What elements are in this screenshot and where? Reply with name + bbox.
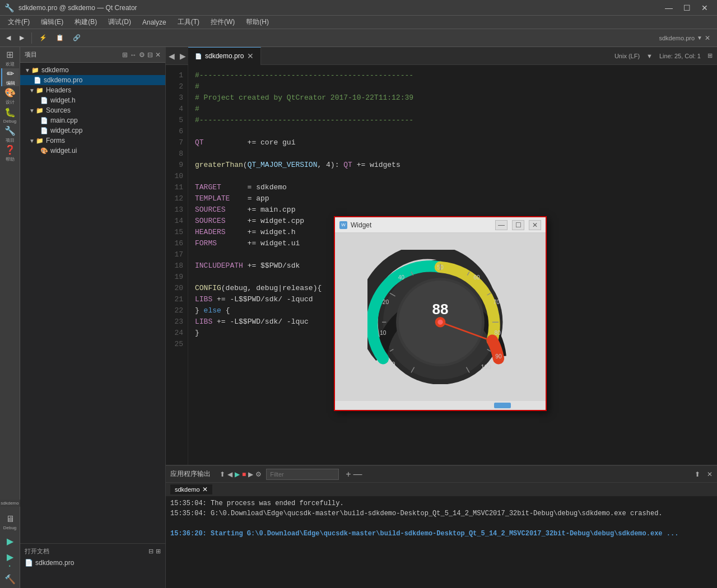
output-stop-icon[interactable]: ■ bbox=[242, 470, 246, 478]
menu-tools[interactable]: 工具(T) bbox=[172, 16, 205, 29]
output-icon-2[interactable]: ◀ bbox=[227, 470, 232, 478]
tree-item-main-cpp[interactable]: 📄 main.cpp bbox=[20, 115, 165, 125]
open-docs-icon-1[interactable]: ⊟ bbox=[148, 548, 153, 555]
output-panel-title: 应用程序输出 bbox=[170, 469, 211, 479]
output-tab-sdkdemo[interactable]: sdkdemo ✕ bbox=[170, 484, 212, 494]
project-layout-icon[interactable]: ⊟ bbox=[147, 51, 153, 59]
line-4: 4 bbox=[166, 103, 188, 114]
output-settings-icon[interactable]: ⚙ bbox=[255, 470, 262, 478]
menu-analyze[interactable]: Analyze bbox=[137, 16, 172, 29]
tree-item-widget-ui[interactable]: 🎨 widget.ui bbox=[20, 146, 165, 156]
sidebar-icon-edit[interactable]: ✏ 编辑 bbox=[1, 68, 19, 86]
nav-forward-button[interactable]: ▶ bbox=[16, 32, 28, 43]
widget-close-button[interactable]: ✕ bbox=[529, 220, 541, 230]
tab-close-button[interactable]: ✕ bbox=[247, 52, 254, 60]
sidebar-icon-help[interactable]: ❓ 帮助 bbox=[1, 144, 19, 162]
project-close-icon[interactable]: ✕ bbox=[155, 51, 161, 59]
code-line-10 bbox=[195, 170, 710, 181]
sidebar-icon-debug[interactable]: 🐛 Debug bbox=[1, 106, 19, 124]
tree-item-widget-cpp[interactable]: 📄 widget.cpp bbox=[20, 125, 165, 136]
tree-item-sources[interactable]: ▼ 📁 Sources bbox=[20, 105, 165, 115]
svg-text:90: 90 bbox=[495, 353, 502, 360]
output-add-icon[interactable]: + bbox=[346, 469, 351, 479]
encoding-label: Unix (LF) bbox=[614, 53, 640, 59]
project-settings-icon[interactable]: ⚙ bbox=[139, 51, 145, 59]
output-filter-input[interactable] bbox=[266, 469, 339, 480]
toolbar-button-1[interactable]: ⚡ bbox=[35, 32, 51, 43]
line-8: 8 bbox=[166, 148, 188, 159]
toolbar: ◀ ▶ ⚡ 📋 🔗 sdkdemo.pro ▼ ✕ bbox=[0, 29, 717, 47]
widget-preview-window[interactable]: W Widget — ☐ ✕ bbox=[334, 216, 547, 411]
widget-minimize-button[interactable]: — bbox=[495, 220, 508, 230]
sidebar-label-welcome: 欢迎 bbox=[6, 61, 15, 67]
sidebar-icon-sdkdemo[interactable]: sdkdemo bbox=[1, 494, 19, 512]
project-filter-icon[interactable]: ⊞ bbox=[122, 51, 128, 59]
nav-back-button[interactable]: ◀ bbox=[2, 32, 15, 43]
line-6: 6 bbox=[166, 125, 188, 137]
output-line-4: 15:36:20: Starting G:\0.Download\Edge\qu… bbox=[170, 529, 713, 539]
tree-item-sdkdemo-pro[interactable]: 📄 sdkdemo.pro bbox=[20, 75, 165, 85]
code-editor[interactable]: 1 2 3 4 5 6 7 8 9 10 11 12 13 14 15 16 1… bbox=[166, 65, 717, 465]
output-close-icon[interactable]: ✕ bbox=[707, 470, 713, 478]
toolbar-button-3[interactable]: 🔗 bbox=[69, 32, 85, 43]
main-layout: ⊞ 欢迎 ✏ 编辑 🎨 设计 🐛 Debug 🔧 项目 ❓ 帮助 sdkdemo bbox=[0, 47, 717, 588]
minimize-button[interactable]: — bbox=[661, 2, 677, 13]
output-icon-3[interactable]: ▶ bbox=[235, 470, 240, 478]
pro-file-icon: 📄 bbox=[34, 77, 41, 84]
sidebar-icon-design[interactable]: 🎨 设计 bbox=[1, 87, 19, 105]
close-button[interactable]: ✕ bbox=[697, 2, 713, 13]
line-18: 18 bbox=[166, 260, 188, 271]
sidebar-icon-build[interactable]: 🔨 bbox=[1, 570, 19, 588]
line-9: 9 bbox=[166, 159, 188, 170]
sidebar-icon-debug-bottom[interactable]: 🖥 Debug bbox=[1, 513, 19, 531]
sources-folder-icon: 📁 bbox=[36, 107, 44, 114]
project-sync-icon[interactable]: ↔ bbox=[130, 51, 137, 59]
tree-label-main-cpp: main.cpp bbox=[50, 116, 78, 124]
output-icon-1[interactable]: ⬆ bbox=[220, 470, 225, 478]
sidebar-label-edit: 编辑 bbox=[6, 80, 15, 86]
sidebar-icon-projects[interactable]: 🔧 项目 bbox=[1, 125, 19, 143]
tree-item-forms[interactable]: ▼ 📁 Forms bbox=[20, 136, 165, 146]
widget-maximize-button[interactable]: ☐ bbox=[512, 220, 524, 230]
editor-info-bar: Unix (LF) ▼ Line: 25, Col: 1 ⊞ bbox=[614, 52, 717, 59]
open-doc-item-sdkdemo-pro[interactable]: 📄 sdkdemo.pro bbox=[25, 558, 161, 568]
expand-icon[interactable]: ⊞ bbox=[707, 52, 713, 59]
dropdown-icon[interactable]: ▼ bbox=[646, 53, 653, 59]
maximize-button[interactable]: ☐ bbox=[679, 2, 695, 13]
sidebar-icon-run[interactable]: ▶ bbox=[1, 532, 19, 550]
code-line-1: #---------------------------------------… bbox=[195, 69, 710, 81]
sidebar-icon-welcome[interactable]: ⊞ 欢迎 bbox=[1, 49, 19, 67]
sidebar-icon-run-debug[interactable]: ▶ ▪ bbox=[1, 551, 19, 569]
toolbar-button-2[interactable]: 📋 bbox=[52, 32, 68, 43]
tree-item-widget-h[interactable]: 📄 widget.h bbox=[20, 95, 165, 105]
output-remove-icon[interactable]: — bbox=[353, 469, 362, 479]
menu-file[interactable]: 文件(F) bbox=[2, 16, 35, 29]
output-tab-close[interactable]: ✕ bbox=[202, 486, 208, 493]
menu-help[interactable]: 帮助(H) bbox=[240, 16, 274, 29]
menu-build[interactable]: 构建(B) bbox=[69, 16, 103, 29]
line-23: 23 bbox=[166, 316, 188, 327]
menu-edit[interactable]: 编辑(E) bbox=[35, 16, 69, 29]
menu-controls[interactable]: 控件(W) bbox=[205, 16, 240, 29]
tree-item-headers[interactable]: ▼ 📁 Headers bbox=[20, 85, 165, 95]
line-3: 3 bbox=[166, 92, 188, 103]
output-icon-4[interactable]: ▶ bbox=[248, 470, 253, 478]
sidebar-label-design: 设计 bbox=[6, 99, 15, 105]
open-docs-icon-2[interactable]: ⊞ bbox=[156, 548, 161, 555]
header-file-icon: 📄 bbox=[40, 97, 48, 104]
widget-scrollbar[interactable] bbox=[335, 401, 546, 410]
close-file-button[interactable]: ✕ bbox=[705, 34, 710, 42]
tab-nav-forward[interactable]: ▶ bbox=[177, 47, 188, 65]
menu-debug[interactable]: 调试(D) bbox=[103, 16, 137, 29]
output-expand-icon[interactable]: ⬆ bbox=[695, 470, 700, 478]
tab-nav-back[interactable]: ◀ bbox=[166, 47, 177, 65]
open-docs-list: 📄 sdkdemo.pro bbox=[20, 557, 165, 569]
project-panel-title: 项目 bbox=[25, 50, 37, 59]
widget-scroll-thumb[interactable] bbox=[494, 403, 511, 408]
tree-label-sdkdemo: sdkdemo bbox=[41, 66, 69, 74]
line-19: 19 bbox=[166, 271, 188, 282]
tree-label-headers: Headers bbox=[46, 86, 71, 94]
editor-tab-sdkdemo-pro[interactable]: 📄 sdkdemo.pro ✕ bbox=[188, 47, 261, 65]
tree-arrow-sdkdemo: ▼ bbox=[25, 67, 30, 73]
tree-item-sdkdemo[interactable]: ▼ 📁 sdkdemo bbox=[20, 65, 165, 75]
